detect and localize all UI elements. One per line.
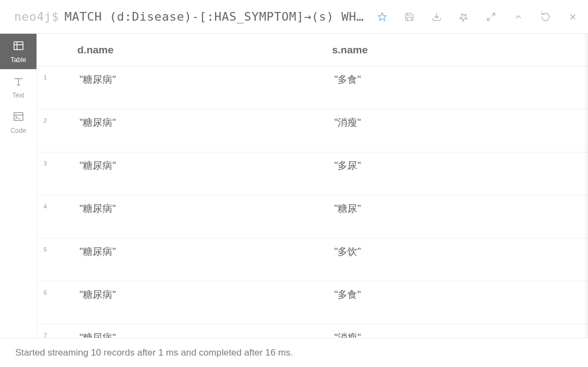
cell-dname: "糖尿病" [79, 73, 334, 86]
cell-dname: "糖尿病" [79, 202, 334, 215]
prompt-label: neo4j$ [14, 10, 59, 23]
cell-dname: "糖尿病" [79, 159, 334, 172]
cell-dname: "糖尿病" [79, 116, 334, 129]
sidebar-item-label: Text [12, 91, 24, 99]
favorite-icon[interactable] [377, 11, 388, 22]
table-header: d.name s.name [37, 34, 588, 66]
column-header-dname: d.name [77, 44, 332, 56]
download-icon[interactable] [431, 11, 442, 22]
sidebar-item-text[interactable]: Text [0, 69, 36, 105]
cell-sname: "多饮" [334, 245, 588, 258]
table-row: 5 "糖尿病" "多饮" [37, 238, 588, 282]
table-row: 3 "糖尿病" "多尿" [37, 152, 588, 195]
row-number: 1 [39, 73, 47, 81]
cell-sname: "消瘦" [334, 116, 588, 129]
cell-sname: "多食" [334, 288, 588, 301]
query-bar: neo4j$ MATCH (d:Disease)-[:HAS_SYMPTOM]→… [0, 0, 588, 34]
cell-dname: "糖尿病" [79, 331, 334, 338]
svg-marker-0 [378, 13, 387, 20]
result-panel: d.name s.name 1 "糖尿病" "多食" 2 "糖尿病" "消瘦" [36, 34, 588, 338]
cell-sname: "糖尿" [334, 202, 588, 215]
table-row: 2 "糖尿病" "消瘦" [37, 109, 588, 152]
sidebar-item-table[interactable]: Table [0, 34, 36, 69]
close-icon[interactable] [567, 11, 578, 22]
svg-line-3 [487, 17, 490, 20]
rerun-icon[interactable] [540, 11, 551, 22]
svg-line-2 [492, 13, 495, 16]
query-text[interactable]: MATCH (d:Disease)-[:HAS_SYMPTOM]→(s) WHE… [64, 10, 366, 23]
row-number: 5 [39, 245, 47, 253]
table-icon [13, 40, 24, 54]
text-icon [13, 75, 24, 89]
cell-sname: "多食" [334, 73, 588, 86]
svg-rect-6 [14, 41, 23, 50]
table-row: 6 "糖尿病" "多食" [37, 282, 588, 325]
table-row: 7 "糖尿病" "消瘦" [37, 325, 588, 338]
cell-dname: "糖尿病" [79, 245, 334, 258]
row-number: 6 [39, 288, 47, 296]
collapse-up-icon[interactable] [513, 11, 524, 22]
sidebar-item-code[interactable]: Code [0, 105, 36, 140]
result-toolbar [377, 11, 578, 22]
cell-dname: "糖尿病" [79, 288, 334, 301]
svg-rect-11 [14, 112, 23, 120]
save-icon[interactable] [404, 11, 415, 22]
cell-sname: "多尿" [334, 159, 588, 172]
row-number: 3 [39, 159, 47, 167]
view-sidebar: Table Text Code [0, 34, 36, 338]
status-bar: Started streaming 10 records after 1 ms … [0, 338, 588, 367]
table-rows[interactable]: 1 "糖尿病" "多食" 2 "糖尿病" "消瘦" 3 "糖尿病" [37, 66, 588, 338]
sidebar-item-label: Table [10, 56, 26, 64]
row-number: 7 [39, 331, 47, 338]
row-number: 4 [39, 202, 47, 210]
sidebar-item-label: Code [10, 127, 26, 134]
pin-icon[interactable] [458, 11, 469, 22]
expand-icon[interactable] [486, 11, 497, 22]
cell-sname: "消瘦" [334, 331, 588, 338]
table-row: 1 "糖尿病" "多食" [37, 66, 588, 109]
column-header-sname: s.name [332, 44, 588, 56]
code-icon [13, 111, 24, 125]
table-row: 4 "糖尿病" "糖尿" [37, 195, 588, 238]
row-number: 2 [39, 116, 47, 124]
